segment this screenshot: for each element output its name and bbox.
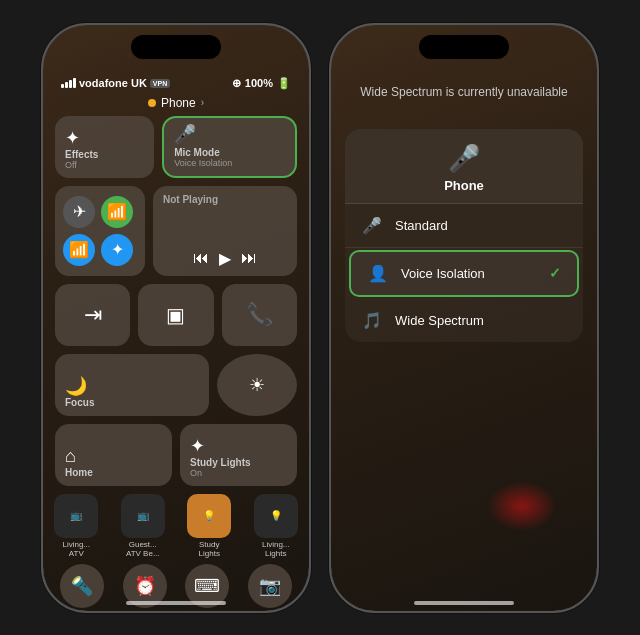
moon-icon: 🌙 [65, 375, 87, 397]
wifi-button[interactable]: 📶 [63, 234, 95, 266]
mic-header-icon: 🎤 [448, 143, 480, 174]
mic-mode-tile[interactable]: 🎤 Mic Mode Voice Isolation [162, 116, 297, 178]
torch-button[interactable]: 🔦 [60, 564, 104, 608]
mic-sub: Voice Isolation [174, 158, 232, 168]
effects-tile[interactable]: ✦ Effects Off [55, 116, 154, 178]
location-icon: ⊕ [232, 77, 241, 90]
app-label-guest-atv: Guest...ATV Be... [126, 540, 160, 558]
app-living-lights[interactable]: 💡 Living...Lights [254, 494, 298, 558]
dynamic-island-right [419, 35, 509, 59]
app-label-study-lights: StudyLights [199, 540, 220, 558]
app-living-atv[interactable]: 📺 Living...ATV [54, 494, 98, 558]
status-left: vodafone UK VPN [61, 77, 170, 89]
battery-label: 100% [245, 77, 273, 89]
mic-option-wide-spectrum[interactable]: 🎵 Wide Spectrum [345, 299, 583, 342]
left-screen: vodafone UK VPN ⊕ 100% 🔋 Phone › ✦ Effec… [43, 25, 309, 611]
standard-label: Standard [395, 218, 567, 233]
voice-isolation-icon: 👤 [367, 264, 389, 283]
carrier-label: vodafone UK [79, 77, 147, 89]
app-icon-living-atv: 📺 [54, 494, 98, 538]
effects-sub: Off [65, 160, 77, 170]
battery-icon: 🔋 [277, 77, 291, 90]
prev-button[interactable]: ⏮ [193, 249, 209, 267]
standard-icon: 🎤 [361, 216, 383, 235]
phone-chevron: › [201, 97, 204, 108]
cc-row-5: ⌂ Home ✦ Study Lights On [55, 424, 297, 486]
connectivity-tile: ✈ 📶 📶 ✦ [55, 186, 145, 276]
wide-spectrum-icon: 🎵 [361, 311, 383, 330]
home-tile[interactable]: ⌂ Home [55, 424, 172, 486]
phone-icon: 📞 [246, 302, 273, 328]
mic-option-standard[interactable]: 🎤 Standard [345, 204, 583, 248]
sun-icon: ☀ [249, 374, 265, 396]
study-lights-tile[interactable]: ✦ Study Lights On [180, 424, 297, 486]
cc-row-1: ✦ Effects Off 🎤 Mic Mode Voice Isolation [55, 116, 297, 178]
app-icon-study-lights: 💡 [187, 494, 231, 538]
left-phone: vodafone UK VPN ⊕ 100% 🔋 Phone › ✦ Effec… [41, 23, 311, 613]
play-button[interactable]: ▶ [219, 249, 231, 268]
home-indicator-right [414, 601, 514, 605]
home-label: Home [65, 467, 93, 478]
home-icon: ⌂ [65, 446, 76, 467]
phone-indicator: Phone › [43, 94, 309, 116]
right-screen: Wide Spectrum is currently unavailable 🎤… [331, 25, 597, 611]
app-icon-living-lights: 💡 [254, 494, 298, 538]
status-right: ⊕ 100% 🔋 [232, 77, 291, 90]
circle-row-2: 📶 ✦ [63, 234, 137, 266]
dynamic-island-left [131, 35, 221, 59]
study-lights-icon: ✦ [190, 435, 205, 457]
mic-menu-header: 🎤 Phone [345, 129, 583, 204]
study-lights-label: Study Lights [190, 457, 251, 468]
next-button[interactable]: ⏭ [241, 249, 257, 267]
now-playing-label: Not Playing [163, 194, 287, 205]
mic-icon: 🎤 [174, 123, 196, 145]
airdrop-tile[interactable]: ⇥ [55, 284, 130, 346]
signal-bars [61, 78, 76, 88]
control-center-grid: ✦ Effects Off 🎤 Mic Mode Voice Isolation… [43, 116, 309, 486]
mic-label: Mic Mode [174, 147, 220, 158]
airplane-button[interactable]: ✈ [63, 196, 95, 228]
app-label-living-atv: Living...ATV [62, 540, 90, 558]
circle-row-1: ✈ 📶 [63, 196, 137, 228]
focus-tile[interactable]: 🌙 Focus [55, 354, 209, 416]
now-playing-tile: Not Playing ⏮ ▶ ⏭ [153, 186, 297, 276]
cc-row-3: ⇥ ▣ 📞 [55, 284, 297, 346]
app-label-living-lights: Living...Lights [262, 540, 290, 558]
phone-label: Phone [161, 96, 196, 110]
mic-menu-card: 🎤 Phone 🎤 Standard 👤 Voice Isolation ✓ 🎵… [345, 129, 583, 342]
hotspot-button[interactable]: 📶 [101, 196, 133, 228]
bluetooth-button[interactable]: ✦ [101, 234, 133, 266]
app-study-lights[interactable]: 💡 StudyLights [187, 494, 231, 558]
wide-spectrum-label: Wide Spectrum [395, 313, 567, 328]
cc-row-4: 🌙 Focus ☀ [55, 354, 297, 416]
now-playing-controls: ⏮ ▶ ⏭ [163, 249, 287, 268]
study-lights-sub: On [190, 468, 202, 478]
screen-mirror-tile[interactable]: ▣ [138, 284, 213, 346]
focus-label: Focus [65, 397, 94, 408]
effects-label: Effects [65, 149, 98, 160]
display-tile[interactable]: ☀ [217, 354, 297, 416]
phone-tile[interactable]: 📞 [222, 284, 297, 346]
cc-row-2: ✈ 📶 📶 ✦ Not Playing ⏮ ▶ ⏭ [55, 186, 297, 276]
mic-header-label: Phone [444, 178, 484, 193]
phone-dot [148, 99, 156, 107]
app-icon-guest-atv: 📺 [121, 494, 165, 538]
right-phone: Wide Spectrum is currently unavailable 🎤… [329, 23, 599, 613]
red-blob-decoration [487, 481, 557, 531]
vpn-badge: VPN [150, 79, 170, 88]
airdrop-icon: ⇥ [84, 302, 102, 328]
voice-isolation-label: Voice Isolation [401, 266, 537, 281]
screen-mirror-icon: ▣ [166, 303, 185, 327]
voice-isolation-checkmark: ✓ [549, 265, 561, 281]
app-row: 📺 Living...ATV 📺 Guest...ATV Be... 💡 Stu… [43, 494, 309, 558]
mic-option-voice-isolation[interactable]: 👤 Voice Isolation ✓ [349, 250, 579, 297]
home-indicator-left [126, 601, 226, 605]
app-guest-atv[interactable]: 📺 Guest...ATV Be... [121, 494, 165, 558]
camera-button[interactable]: 📷 [248, 564, 292, 608]
